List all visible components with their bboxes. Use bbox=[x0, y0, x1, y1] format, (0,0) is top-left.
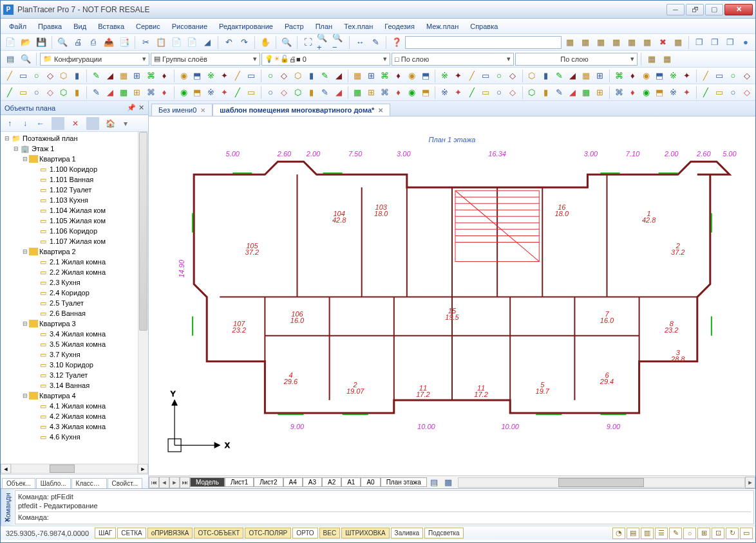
open-icon[interactable]: 📂 bbox=[19, 35, 33, 50]
distance-icon[interactable]: ↔ bbox=[353, 35, 367, 50]
chevron-down-icon[interactable]: ▾ bbox=[119, 117, 132, 130]
tb3-btn-25[interactable]: ⊞ bbox=[365, 69, 377, 83]
tb4-btn-34[interactable]: ○ bbox=[493, 86, 505, 100]
menu-Правка[interactable]: Правка bbox=[33, 21, 66, 32]
zoom-window-icon[interactable]: ⛶ bbox=[301, 35, 315, 50]
copy2-icon[interactable]: ❐ bbox=[692, 35, 706, 50]
layer-tool-icon[interactable]: ▤ bbox=[3, 52, 17, 66]
bylayer2-combo[interactable]: По слою▾ bbox=[515, 53, 638, 66]
tree-scrollbar[interactable] bbox=[138, 132, 148, 463]
status-Подсветка[interactable]: Подсветка bbox=[424, 528, 464, 538]
tb4-btn-51[interactable]: ◇ bbox=[741, 86, 753, 100]
tree-row[interactable]: ▭4.6 Кухня bbox=[1, 432, 148, 442]
tb4-btn-40[interactable]: ▦ bbox=[580, 86, 592, 100]
doc-tab[interactable]: Без имени0✕ bbox=[151, 104, 213, 116]
tb3-btn-38[interactable]: ✎ bbox=[553, 69, 565, 83]
tb4-btn-9[interactable]: ⊞ bbox=[131, 86, 143, 100]
st-tool2-icon[interactable]: ▤ bbox=[627, 528, 639, 539]
tb3-btn-11[interactable]: ♦ bbox=[158, 69, 171, 83]
model-tab-Лист2[interactable]: Лист2 bbox=[254, 477, 283, 487]
tb4-btn-43[interactable]: ♦ bbox=[627, 86, 639, 100]
command-output[interactable]: Команда: ptFEdit ptfedit - Редактировани… bbox=[15, 490, 754, 524]
tree-row[interactable]: ▭2.5 Туалет bbox=[1, 298, 148, 308]
menu-План[interactable]: План bbox=[311, 21, 337, 32]
tb3-btn-48[interactable]: ╱ bbox=[700, 69, 712, 83]
tb4-btn-49[interactable]: ▭ bbox=[713, 86, 726, 100]
left-tab-3[interactable]: Свойст... bbox=[108, 478, 142, 488]
tree-row[interactable]: ▭1.104 Жилая ком bbox=[1, 205, 148, 216]
tb3-btn-6[interactable]: ✎ bbox=[90, 69, 102, 83]
copy3-icon[interactable]: ❐ bbox=[708, 35, 722, 50]
left-tab-0[interactable]: Объек... bbox=[2, 478, 35, 488]
status-ОТС-ОБЪЕКТ[interactable]: ОТС-ОБЪЕКТ bbox=[194, 528, 243, 538]
tb3-btn-28[interactable]: ◉ bbox=[406, 69, 418, 83]
model-tab-Модель[interactable]: Модель bbox=[190, 477, 225, 487]
search-input[interactable] bbox=[405, 36, 562, 49]
publish-icon[interactable]: 📤 bbox=[102, 35, 116, 50]
tb4-btn-1[interactable]: ▭ bbox=[17, 86, 29, 100]
canvas-hscroll[interactable] bbox=[458, 477, 745, 488]
menu-Справка[interactable]: Справка bbox=[466, 21, 502, 32]
print-icon[interactable]: 🖨 bbox=[71, 35, 85, 50]
tb3-btn-26[interactable]: ⌘ bbox=[379, 69, 391, 83]
down-arrow-icon[interactable]: ↓ bbox=[19, 117, 32, 130]
tab-close-icon[interactable]: ✕ bbox=[200, 107, 205, 114]
menu-Геодезия[interactable]: Геодезия bbox=[380, 21, 419, 32]
st-tool3-icon[interactable]: ▥ bbox=[641, 528, 654, 539]
t2-icon[interactable]: ▦ bbox=[578, 35, 592, 50]
tb3-btn-2[interactable]: ○ bbox=[30, 69, 43, 83]
tab-next-icon[interactable]: ► bbox=[169, 477, 180, 488]
tb3-btn-37[interactable]: ▮ bbox=[539, 69, 551, 83]
tb3-btn-23[interactable]: ◢ bbox=[332, 69, 345, 83]
t5-icon[interactable]: ▦ bbox=[625, 35, 639, 50]
menu-Вставка[interactable]: Вставка bbox=[93, 21, 129, 32]
tb3-btn-21[interactable]: ▮ bbox=[305, 69, 317, 83]
tree-row[interactable]: ▭4.2 Жилая комна bbox=[1, 411, 148, 421]
status-ШАГ[interactable]: ШАГ bbox=[95, 528, 116, 538]
layout-grid-icon[interactable]: ▦ bbox=[441, 475, 455, 490]
zoom-out-icon[interactable]: 🔍− bbox=[332, 35, 346, 50]
tb4-btn-29[interactable]: ⬒ bbox=[419, 86, 431, 100]
tab-close-icon[interactable]: ✕ bbox=[378, 107, 383, 114]
tb3-btn-51[interactable]: ◇ bbox=[741, 69, 753, 83]
layout-add-icon[interactable]: ▤ bbox=[427, 475, 441, 490]
left-tab-2[interactable]: Класси... bbox=[71, 478, 107, 488]
tree-row[interactable]: ⊟Квартира 1 bbox=[1, 154, 148, 164]
tb3-btn-36[interactable]: ⬡ bbox=[525, 69, 538, 83]
tb3-btn-16[interactable]: ╱ bbox=[232, 69, 244, 83]
tb3-btn-44[interactable]: ◉ bbox=[640, 69, 652, 83]
t4-icon[interactable]: ▦ bbox=[609, 35, 623, 50]
tree-row[interactable]: ▭2.1 Жилая комна bbox=[1, 257, 148, 267]
tb4-btn-37[interactable]: ▮ bbox=[539, 86, 551, 100]
tb4-btn-15[interactable]: ✦ bbox=[218, 86, 231, 100]
tree-row[interactable]: ▭2.6 Ванная bbox=[1, 308, 148, 318]
tree-row[interactable]: ▭1.103 Кухня bbox=[1, 195, 148, 205]
panel-close-icon[interactable]: ✕ bbox=[138, 104, 144, 112]
tree-row[interactable]: ▭3.14 Ванная bbox=[1, 380, 148, 391]
tree-row[interactable]: ▭3.12 Туалет bbox=[1, 370, 148, 380]
tb4-btn-8[interactable]: ▦ bbox=[117, 86, 129, 100]
tb4-btn-28[interactable]: ◉ bbox=[406, 86, 418, 100]
status-Заливка[interactable]: Заливка bbox=[391, 528, 424, 538]
tb3-btn-31[interactable]: ✦ bbox=[452, 69, 464, 83]
tree-row[interactable]: ▭3.10 Коридор bbox=[1, 360, 148, 370]
bylayer1-combo[interactable]: □ По слою▾ bbox=[392, 53, 514, 66]
tb3-btn-42[interactable]: ⌘ bbox=[613, 69, 625, 83]
t3-icon[interactable]: ▦ bbox=[594, 35, 608, 50]
zoom-icon[interactable]: 🔍 bbox=[279, 35, 294, 50]
menu-Тех.план[interactable]: Тех.план bbox=[339, 21, 377, 32]
print-preview-icon[interactable]: 🔍 bbox=[55, 35, 70, 50]
tb4-btn-31[interactable]: ✦ bbox=[452, 86, 464, 100]
tb3-btn-7[interactable]: ◢ bbox=[104, 69, 116, 83]
tb4-btn-42[interactable]: ⌘ bbox=[613, 86, 625, 100]
home-icon[interactable]: 🏠 bbox=[104, 117, 117, 130]
model-tab-A4[interactable]: A4 bbox=[283, 477, 303, 487]
tb4-btn-36[interactable]: ⬡ bbox=[525, 86, 538, 100]
config-combo[interactable]: 📁 Конфигурации▾ bbox=[40, 53, 149, 66]
tab-last-icon[interactable]: ⏭ bbox=[180, 477, 190, 488]
tb3-btn-19[interactable]: ◇ bbox=[278, 69, 290, 83]
close-button[interactable]: ✕ bbox=[724, 4, 753, 15]
st-tool8-icon[interactable]: ⊡ bbox=[712, 528, 724, 539]
menu-Рисование[interactable]: Рисование bbox=[167, 21, 212, 32]
tb4-btn-33[interactable]: ▭ bbox=[479, 86, 491, 100]
